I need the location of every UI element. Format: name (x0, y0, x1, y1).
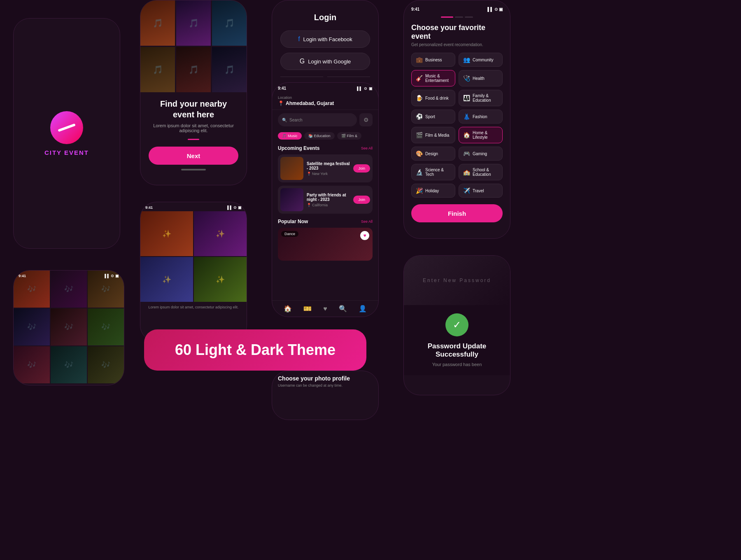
home-indicator (181, 169, 206, 170)
password-content: ✓ Password Update Successfully Your pass… (404, 305, 510, 375)
community-label: Community (473, 58, 494, 62)
location-section: Location 📍 Ahmedabad, Gujarat (272, 92, 378, 110)
event-card-2: Party with friends at night - 2023 📍 Cal… (278, 186, 373, 214)
facebook-login-button[interactable]: f Login with Facebook (280, 30, 370, 48)
home-cat-icon: 🏠 (463, 132, 470, 138)
event-info-2: Party with friends at night - 2023 📍 Cal… (307, 193, 350, 207)
gallery-icons: ▌▌ ⊙ ▣ (105, 274, 119, 278)
category-chips: 🎵 Music 📚 Education 🎬 Film & (272, 130, 378, 142)
popular-section: Dance ♥ (272, 226, 378, 262)
cat-science[interactable]: 🔬 Science & Tech (411, 164, 455, 180)
brand-name: CITY EVENT (44, 149, 89, 156)
join-button-2[interactable]: Join (353, 196, 370, 204)
cat-community[interactable]: 👥 Community (459, 53, 503, 67)
join-button-1[interactable]: Join (353, 164, 370, 173)
onboarding-content: Find your nearby event here Lorem ipsum … (140, 91, 247, 178)
location-value: 📍 Ahmedabad, Gujarat (278, 100, 373, 106)
sport-icon: ⚽ (416, 113, 423, 120)
dance-badge: Dance (281, 231, 298, 237)
facebook-login-label: Login with Facebook (303, 36, 352, 42)
nav-heart-icon[interactable]: ♥ (323, 305, 327, 313)
education-chip-label: Education (314, 134, 331, 138)
chip-music[interactable]: 🎵 Music (278, 132, 302, 140)
popular-see-all[interactable]: See All (361, 219, 373, 224)
cat-food[interactable]: 🍺 Food & drink (411, 90, 455, 106)
concert-cell (140, 211, 193, 256)
finish-button[interactable]: Finish (411, 204, 503, 222)
filter-button[interactable]: ⚙ (359, 113, 373, 126)
next-button[interactable]: Next (149, 147, 238, 165)
status-icons-cats: ▌▌ ⊙ ▣ (487, 7, 503, 12)
phone-splash: CITY EVENT (13, 18, 120, 249)
progress-indicator (411, 16, 503, 18)
heart-button[interactable]: ♥ (360, 231, 369, 240)
cat-school[interactable]: 🏫 School & Education (459, 164, 503, 180)
photo-profile-subtitle: Username can be changed at any time. (278, 383, 373, 387)
gallery-status: 9:41 ▌▌ ⊙ ▣ (19, 274, 119, 278)
cat-travel[interactable]: ✈️ Travel (459, 184, 503, 198)
cat-music[interactable]: 🎸 Music & Entertaiment (411, 70, 455, 86)
gallery-cell (88, 346, 124, 383)
app-logo (50, 111, 83, 144)
cat-health[interactable]: 🩺 Health (459, 70, 503, 86)
concert-cell (194, 211, 247, 256)
cat-film[interactable]: 🎬 Film & Media (411, 127, 455, 143)
upcoming-see-all[interactable]: See All (361, 146, 373, 150)
cat-sport[interactable]: ⚽ Sport (411, 110, 455, 124)
design-label: Design (425, 152, 438, 156)
gallery-cell (14, 346, 50, 383)
cat-design[interactable]: 🎨 Design (411, 147, 455, 161)
concert-icons: ▌▌ ⊙ ▣ (227, 205, 242, 210)
home-cat-label: Home & Lifestyle (473, 131, 498, 140)
nav-home-icon[interactable]: 🏠 (284, 305, 292, 313)
status-bar: 9:41 ▌▌ ⊙ ▣ (272, 83, 378, 92)
nav-ticket-icon[interactable]: 🎫 (303, 305, 312, 313)
search-placeholder: Search (289, 118, 303, 122)
nav-profile-icon[interactable]: 👤 (359, 305, 367, 313)
travel-icon: ✈️ (463, 187, 470, 194)
fashion-label: Fashion (473, 114, 487, 119)
categories-subtitle: Get personalized event recomendation. (411, 42, 503, 47)
event-location-1: 📍 New York (307, 172, 350, 176)
photo-cell (176, 47, 211, 92)
cat-business[interactable]: 💼 Business (411, 53, 455, 67)
food-label: Food & drink (425, 96, 449, 100)
cat-home[interactable]: 🏠 Home & Lifestyle (459, 127, 503, 143)
sport-label: Sport (425, 114, 435, 119)
google-login-button[interactable]: G Login with Google (280, 53, 370, 70)
banner-text: 60 Light & Dark Theme (175, 341, 336, 359)
cat-family[interactable]: 👨‍👩‍👧 Family & Education (459, 90, 503, 106)
event-card-1: Satellite mega festival - 2023 📍 New Yor… (278, 154, 373, 182)
chip-education[interactable]: 📚 Education (304, 132, 335, 140)
business-icon: 💼 (416, 56, 423, 63)
music-chip-label: Music (288, 134, 298, 138)
gallery-cell (51, 346, 87, 383)
location-pin-icon: 📍 (278, 100, 284, 106)
cat-fashion[interactable]: 👗 Fashion (459, 110, 503, 124)
fashion-icon: 👗 (463, 113, 470, 120)
cat-gaming[interactable]: 🎮 Gaming (459, 147, 503, 161)
nav-search-icon[interactable]: 🔍 (339, 305, 347, 313)
film-label: Film & Media (425, 133, 449, 138)
battery-icon: ▣ (369, 86, 373, 91)
success-subtitle: Your password has been (432, 362, 482, 367)
film-chip-label: Film & (347, 134, 358, 138)
phone-events: 9:41 ▌▌ ⊙ ▣ Location 📍 Ahmedabad, Gujara… (272, 82, 379, 317)
password-top: Enter New Password (404, 256, 510, 305)
event-image-2 (280, 188, 303, 211)
loc-pin-icon-2: 📍 (307, 203, 311, 207)
popular-card: Dance ♥ (278, 228, 373, 261)
science-icon: 🔬 (416, 169, 423, 175)
onboarding-title: Find your nearby event here (149, 98, 238, 120)
holiday-icon: 🎉 (416, 187, 423, 194)
popular-header: Popular Now See All (272, 215, 378, 226)
phone-gallery: 9:41 ▌▌ ⊙ ▣ (13, 270, 124, 385)
event-info-1: Satellite mega festival - 2023 📍 New Yor… (307, 161, 350, 176)
cat-holiday[interactable]: 🎉 Holiday (411, 184, 455, 198)
chip-film[interactable]: 🎬 Film & (337, 132, 362, 140)
divider-line-left (280, 77, 323, 77)
gallery-cell (88, 308, 124, 345)
search-box[interactable]: 🔍 Search (278, 113, 357, 126)
health-icon: 🩺 (463, 75, 470, 82)
school-icon: 🏫 (463, 169, 470, 175)
